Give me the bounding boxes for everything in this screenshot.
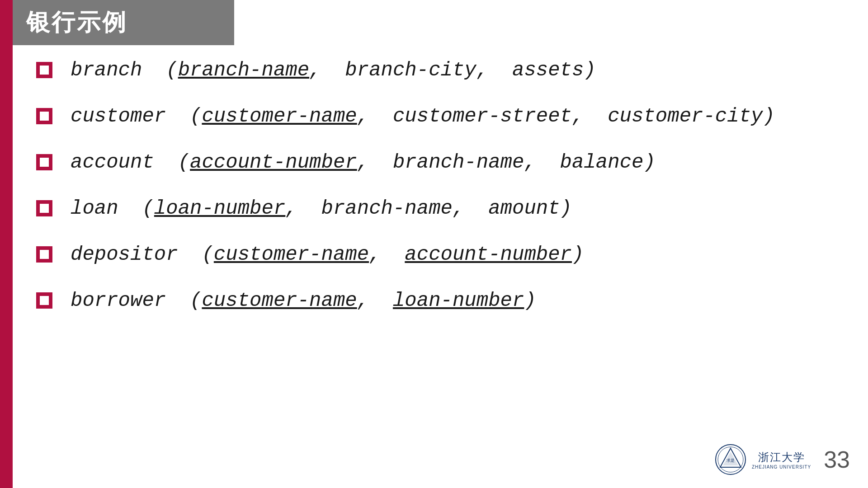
bullet-depositor [36,246,52,263]
schema-borrower-text: borrower (customer-name, loan-number) [71,289,536,312]
svg-text:求是: 求是 [726,458,735,463]
university-name-english: ZHEJIANG UNIVERSITY [752,465,811,469]
schema-depositor: depositor (customer-name, account-number… [36,243,832,266]
page-number: 33 [824,446,850,473]
schema-branch: branch (branch-name, branch-city, assets… [36,59,832,81]
schema-depositor-text: depositor (customer-name, account-number… [71,243,584,266]
bullet-account [36,154,52,170]
schema-customer-text: customer (customer-name, customer-street… [71,105,775,127]
schema-borrower: borrower (customer-name, loan-number) [36,289,832,312]
zju-logo-icon: 求是 [715,444,746,475]
left-accent-bar [0,0,13,488]
schema-loan: loan (loan-number, branch-name, amount) [36,197,832,220]
university-logo-area: 求是 浙江大学 ZHEJIANG UNIVERSITY [715,444,811,475]
bullet-loan [36,200,52,216]
main-content: branch (branch-name, branch-city, assets… [36,59,832,335]
schema-branch-text: branch (branch-name, branch-city, assets… [71,59,596,81]
bullet-borrower [36,292,52,309]
bullet-customer [36,108,52,124]
schema-account: account (account-number, branch-name, ba… [36,151,832,174]
slide-title: 银行示例 [26,7,127,38]
bottom-right-area: 求是 浙江大学 ZHEJIANG UNIVERSITY 33 [715,444,850,475]
schema-account-text: account (account-number, branch-name, ba… [71,151,656,174]
schema-loan-text: loan (loan-number, branch-name, amount) [71,197,572,220]
logo-text-area: 浙江大学 ZHEJIANG UNIVERSITY [752,450,811,469]
schema-customer: customer (customer-name, customer-street… [36,105,832,127]
university-name-chinese: 浙江大学 [758,450,805,465]
bullet-branch [36,62,52,78]
title-header: 银行示例 [13,0,234,45]
